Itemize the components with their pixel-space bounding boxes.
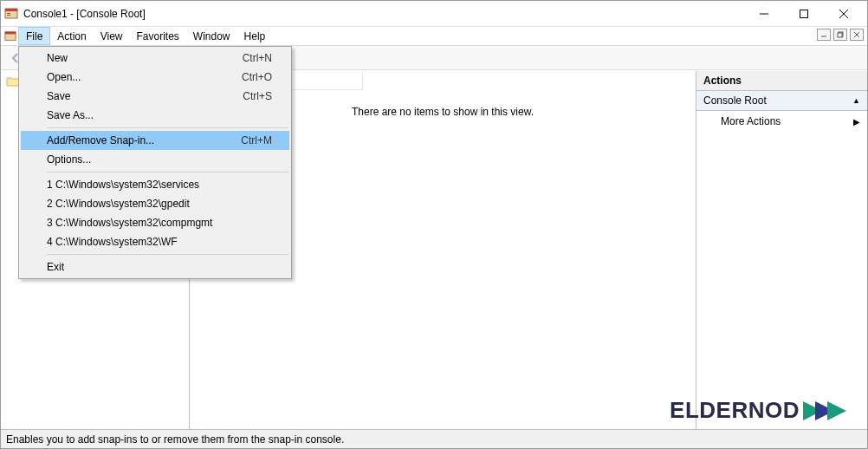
mdi-restore-button[interactable] [833, 29, 847, 41]
window-title: Console1 - [Console Root] [23, 8, 744, 20]
mdi-minimize-button[interactable] [817, 29, 831, 41]
menu-item-label: 4 C:\Windows\system32\WF [47, 236, 284, 248]
menu-item-label: 2 C:\Windows\system32\gpedit [47, 198, 284, 210]
menu-item-label: Save As... [47, 109, 284, 121]
menu-item-exit[interactable]: Exit [21, 257, 289, 277]
minimize-button[interactable] [744, 1, 784, 27]
app-icon [4, 7, 18, 21]
menu-file[interactable]: File [18, 27, 50, 45]
svg-rect-9 [5, 31, 16, 34]
actions-section-label: Console Root [703, 94, 767, 107]
menu-item-recent-3[interactable]: 3 C:\Windows\system32\compmgmt [21, 213, 289, 232]
menu-item-shortcut: Ctrl+O [242, 71, 284, 83]
actions-more-actions[interactable]: More Actions ▶ [696, 111, 867, 132]
menu-item-save-as[interactable]: Save As... [21, 106, 289, 125]
window-controls [744, 1, 864, 27]
mdi-app-icon[interactable] [3, 27, 18, 45]
statusbar-text: Enables you to add snap-ins to or remove… [6, 433, 344, 446]
menu-item-recent-4[interactable]: 4 C:\Windows\system32\WF [21, 232, 289, 251]
menu-item-new[interactable]: New Ctrl+N [21, 49, 289, 68]
close-button[interactable] [824, 1, 864, 27]
menu-item-label: New [47, 52, 243, 64]
svg-rect-3 [7, 15, 10, 16]
collapse-icon: ▲ [852, 96, 860, 105]
menu-item-label: Add/Remove Snap-in... [47, 134, 241, 146]
menu-item-label: 3 C:\Windows\system32\compmgmt [47, 217, 284, 229]
file-dropdown-menu: New Ctrl+N Open... Ctrl+O Save Ctrl+S Sa… [18, 46, 292, 279]
menu-item-add-remove-snapin[interactable]: Add/Remove Snap-in... Ctrl+M [21, 131, 289, 150]
statusbar: Enables you to add snap-ins to or remove… [1, 429, 867, 448]
menu-window[interactable]: Window [186, 27, 237, 45]
empty-message: There are no items to show in this view. [352, 106, 534, 429]
menu-separator [47, 127, 288, 128]
menu-help[interactable]: Help [237, 27, 273, 45]
menu-item-open[interactable]: Open... Ctrl+O [21, 68, 289, 87]
menu-item-options[interactable]: Options... [21, 150, 289, 169]
menu-item-shortcut: Ctrl+S [243, 90, 284, 102]
menu-item-shortcut: Ctrl+N [243, 52, 284, 64]
titlebar: Console1 - [Console Root] [1, 1, 867, 27]
menu-item-label: Options... [47, 153, 284, 166]
maximize-button[interactable] [784, 1, 824, 27]
menu-view[interactable]: View [94, 27, 130, 45]
menu-item-recent-2[interactable]: 2 C:\Windows\system32\gpedit [21, 194, 289, 213]
menu-favorites[interactable]: Favorites [130, 27, 186, 45]
actions-section[interactable]: Console Root ▲ [696, 91, 867, 111]
svg-rect-1 [5, 9, 17, 11]
svg-rect-5 [800, 10, 808, 17]
mdi-close-button[interactable] [850, 29, 864, 41]
menu-item-label: Save [47, 90, 243, 102]
watermark: ELDERNOD [670, 397, 852, 424]
menu-item-shortcut: Ctrl+M [241, 134, 284, 146]
menubar: File Action View Favorites Window Help [1, 27, 867, 46]
svg-rect-2 [7, 13, 10, 14]
svg-marker-17 [827, 401, 846, 420]
menu-item-label: Exit [47, 261, 284, 273]
menu-item-save[interactable]: Save Ctrl+S [21, 87, 289, 106]
actions-pane: Actions Console Root ▲ More Actions ▶ [696, 71, 867, 429]
menu-item-label: Open... [47, 71, 242, 83]
watermark-logo-icon [803, 398, 852, 424]
svg-rect-12 [838, 33, 842, 37]
watermark-text: ELDERNOD [670, 397, 800, 424]
menu-separator [47, 172, 288, 172]
actions-header: Actions [696, 71, 867, 91]
actions-item-label: More Actions [721, 115, 781, 127]
menu-item-recent-1[interactable]: 1 C:\Windows\system32\services [21, 175, 289, 194]
submenu-icon: ▶ [853, 117, 860, 127]
menu-item-label: 1 C:\Windows\system32\services [47, 179, 284, 191]
menu-action[interactable]: Action [50, 27, 93, 45]
menu-separator [47, 254, 288, 255]
mdi-controls [817, 29, 864, 41]
